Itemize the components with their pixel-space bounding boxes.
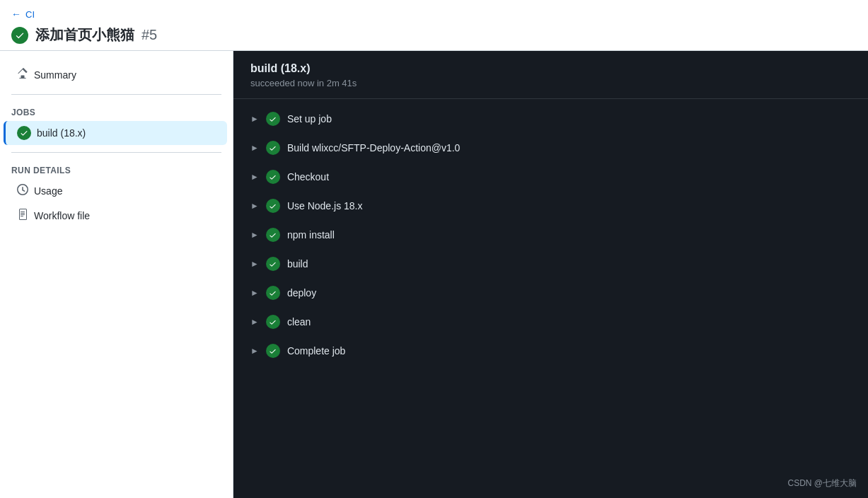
- step-item[interactable]: ► build: [233, 250, 868, 279]
- workflow-icon: [17, 209, 28, 223]
- sidebar-item-summary[interactable]: Summary: [6, 63, 227, 87]
- step-success-icon: [266, 344, 280, 358]
- chevron-right-icon: ►: [250, 346, 259, 356]
- step-success-icon: [266, 286, 280, 300]
- step-item[interactable]: ► Use Node.js 18.x: [233, 192, 868, 221]
- step-success-icon: [266, 112, 280, 126]
- chevron-right-icon: ►: [250, 317, 259, 327]
- summary-label: Summary: [34, 69, 76, 81]
- step-name: Set up job: [287, 113, 332, 124]
- run-details-section-header: Run details: [0, 160, 233, 178]
- step-name: build: [287, 258, 308, 270]
- step-success-icon: [266, 257, 280, 271]
- step-item[interactable]: ► Set up job: [233, 105, 868, 134]
- step-name: Build wlixcc/SFTP-Deploy-Action@v1.0: [287, 142, 461, 154]
- job-title: build (18.x): [250, 62, 851, 75]
- sidebar-divider-2: [11, 152, 221, 153]
- job-header: build (18.x) succeeded now in 2m 41s: [233, 51, 868, 99]
- steps-list: ► Set up job ► Build wlixcc/SFTP-Deploy-…: [233, 99, 868, 371]
- back-link[interactable]: ← CI: [11, 8, 857, 20]
- home-icon: [17, 68, 28, 82]
- watermark: CSDN @七维大脑: [233, 469, 868, 498]
- step-success-icon: [266, 315, 280, 329]
- title-text: 添加首页小熊猫: [35, 25, 134, 45]
- chevron-right-icon: ►: [250, 143, 259, 153]
- main-layout: Summary Jobs build (18.x) Run details Us…: [0, 51, 868, 498]
- step-item[interactable]: ► Checkout: [233, 163, 868, 192]
- step-success-icon: [266, 141, 280, 155]
- success-icon: [11, 27, 28, 44]
- sidebar-item-workflow-file[interactable]: Workflow file: [6, 204, 227, 228]
- step-success-icon: [266, 199, 280, 213]
- step-name: Complete job: [287, 345, 346, 357]
- chevron-right-icon: ►: [250, 114, 259, 124]
- step-name: npm install: [287, 229, 335, 241]
- sidebar-item-build[interactable]: build (18.x): [4, 121, 227, 145]
- chevron-right-icon: ►: [250, 230, 259, 240]
- step-name: deploy: [287, 287, 316, 299]
- step-name: Checkout: [287, 171, 329, 183]
- back-label: CI: [25, 9, 35, 20]
- step-name: Use Node.js 18.x: [287, 200, 363, 212]
- job-success-icon: [17, 126, 31, 140]
- sidebar-divider-1: [11, 94, 221, 95]
- page-header: ← CI 添加首页小熊猫 #5: [0, 0, 868, 51]
- page-title: 添加首页小熊猫 #5: [11, 25, 857, 45]
- step-success-icon: [266, 228, 280, 242]
- job-status: succeeded now in 2m 41s: [250, 78, 851, 88]
- workflow-file-label: Workflow file: [34, 210, 90, 221]
- chevron-right-icon: ►: [250, 288, 259, 298]
- step-success-icon: [266, 170, 280, 184]
- step-item[interactable]: ► deploy: [233, 279, 868, 308]
- clock-icon: [17, 184, 28, 198]
- run-number: #5: [141, 27, 157, 43]
- sidebar-item-usage[interactable]: Usage: [6, 179, 227, 203]
- step-name: clean: [287, 316, 311, 328]
- chevron-right-icon: ►: [250, 259, 259, 269]
- back-arrow-icon: ←: [11, 8, 21, 20]
- usage-label: Usage: [34, 185, 62, 197]
- job-content-panel: build (18.x) succeeded now in 2m 41s ► S…: [233, 51, 868, 498]
- sidebar: Summary Jobs build (18.x) Run details Us…: [0, 51, 233, 498]
- step-item[interactable]: ► Build wlixcc/SFTP-Deploy-Action@v1.0: [233, 134, 868, 163]
- jobs-section-header: Jobs: [0, 102, 233, 120]
- chevron-right-icon: ►: [250, 172, 259, 182]
- step-item[interactable]: ► Complete job: [233, 337, 868, 366]
- step-item[interactable]: ► npm install: [233, 221, 868, 250]
- step-item[interactable]: ► clean: [233, 308, 868, 337]
- job-item-label: build (18.x): [37, 127, 86, 139]
- chevron-right-icon: ►: [250, 201, 259, 211]
